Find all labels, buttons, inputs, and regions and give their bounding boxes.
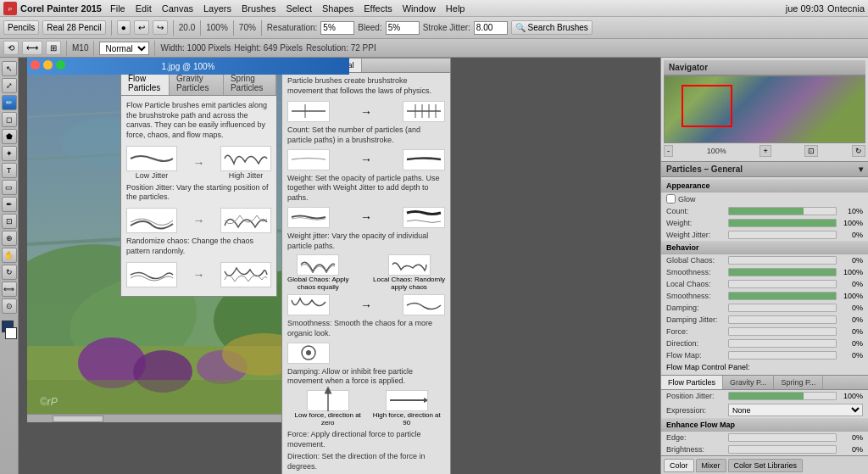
- right-flow-tabs: Flow Particles Gravity P... Spring P...: [661, 376, 868, 390]
- right-tab-flow[interactable]: Flow Particles: [661, 376, 723, 389]
- menu-layers[interactable]: Layers: [203, 3, 231, 14]
- right-pg-collapse[interactable]: ▾: [859, 165, 863, 174]
- weight-desc: Weight: Set the opacity of particle path…: [287, 174, 445, 204]
- menu-file[interactable]: File: [110, 3, 125, 14]
- navigator-rect: [682, 85, 732, 127]
- brush-name[interactable]: Real 28 Pencil: [42, 20, 105, 35]
- tool-grab[interactable]: ✋: [2, 248, 17, 263]
- tool-brush[interactable]: ✏: [2, 95, 17, 110]
- menu-select[interactable]: Select: [286, 3, 312, 14]
- tab-gravity-particles[interactable]: Gravity Particles: [170, 71, 224, 95]
- right-tab-gravity[interactable]: Gravity P...: [723, 376, 774, 389]
- menu-effects[interactable]: Effects: [364, 3, 392, 14]
- nav-rotate[interactable]: ↻: [852, 145, 865, 157]
- redo-btn[interactable]: ↪: [153, 20, 168, 35]
- scrollbar-thumb[interactable]: [53, 415, 103, 422]
- brightness-track[interactable]: [728, 445, 837, 454]
- smoothness1-value: 100%: [839, 268, 863, 276]
- undo-btn[interactable]: ↩: [134, 20, 149, 35]
- rand-arrow: →: [193, 268, 205, 282]
- tool-transform[interactable]: ⤢: [2, 78, 17, 93]
- glow-checkbox[interactable]: [666, 194, 676, 204]
- symmetry-btn[interactable]: ⊞: [46, 41, 61, 55]
- pos-jitter-value: 100%: [839, 392, 863, 400]
- randomize-image-row: →: [126, 262, 271, 287]
- tool-eyedropper[interactable]: ✦: [2, 146, 17, 161]
- close-btn[interactable]: [31, 60, 40, 70]
- maximize-btn[interactable]: [56, 60, 65, 70]
- pos-jitter-track[interactable]: [728, 392, 837, 400]
- damping-jitter-track[interactable]: [728, 315, 837, 324]
- jitter-label: Stroke Jitter:: [423, 23, 470, 32]
- background-color[interactable]: [5, 327, 17, 339]
- menu-canvas[interactable]: Canvas: [162, 3, 193, 14]
- tool-pen[interactable]: ✒: [2, 197, 17, 212]
- tab-flow-particles[interactable]: Flow Particles: [121, 71, 170, 95]
- menu-edit[interactable]: Edit: [136, 3, 152, 14]
- jitter-input[interactable]: [474, 21, 508, 35]
- mirror-btn[interactable]: ⟷: [22, 41, 42, 55]
- menu-help[interactable]: Help: [446, 3, 465, 14]
- tool-clone[interactable]: ⊙: [2, 298, 17, 314]
- expr-select[interactable]: None: [728, 404, 863, 416]
- weight-low-img: [287, 149, 330, 170]
- tab-color[interactable]: Color: [664, 459, 694, 472]
- right-tab-spring[interactable]: Spring P...: [774, 376, 823, 389]
- tool-text[interactable]: T: [2, 163, 17, 178]
- smoothness2-track[interactable]: [728, 292, 837, 300]
- nav-zoom-out[interactable]: -: [664, 145, 673, 157]
- tool-select[interactable]: ↖: [2, 61, 17, 76]
- tool-zoom[interactable]: ⊕: [2, 231, 17, 246]
- canvas-titlebar: 1.jpg @ 100%: [27, 58, 349, 75]
- menu-shapes[interactable]: Shapes: [322, 3, 353, 14]
- tab-color-set[interactable]: Color Set Libraries: [728, 459, 804, 472]
- menu-window[interactable]: Window: [403, 3, 436, 14]
- search-brush-btn[interactable]: 🔍 Search Brushes: [511, 20, 593, 35]
- count-desc: Count: Set the number of particles (and …: [287, 125, 445, 145]
- weight-track[interactable]: [728, 219, 837, 227]
- brush-category[interactable]: Pencils: [3, 20, 39, 35]
- separator3: [200, 20, 201, 36]
- edge-track[interactable]: [728, 433, 837, 442]
- tool-shape[interactable]: ▭: [2, 180, 17, 195]
- mode-select[interactable]: Normal: [99, 42, 149, 55]
- tool-eraser[interactable]: ◻: [2, 112, 17, 127]
- force-track[interactable]: [728, 327, 837, 336]
- nav-zoom-in[interactable]: +: [760, 145, 771, 157]
- navigator-preview[interactable]: [664, 75, 865, 143]
- minimize-btn[interactable]: [43, 60, 53, 70]
- menu-brushes[interactable]: Brushes: [242, 3, 275, 14]
- flowmap-track[interactable]: [728, 351, 837, 360]
- damping-desc: Damping: Allow or inhibit free particle …: [287, 367, 445, 387]
- pos-jitter-label: Position Jitter:: [666, 392, 726, 400]
- tab-spring-particles[interactable]: Spring Particles: [224, 71, 276, 95]
- damping-track[interactable]: [728, 304, 837, 312]
- tool-rotate[interactable]: ↻: [2, 265, 17, 280]
- pg-smoothness-row: →: [287, 294, 445, 315]
- tool-fill[interactable]: ⬟: [2, 129, 17, 144]
- nav-fit[interactable]: ⊡: [804, 145, 818, 157]
- separator4: [233, 20, 234, 36]
- force-low-demo: Low force, direction at zero: [287, 390, 368, 427]
- wjitter-track[interactable]: [728, 231, 837, 239]
- transform-btn[interactable]: ⟲: [3, 41, 19, 55]
- flow-panel-content: Flow Particle brushes emit particles alo…: [121, 96, 276, 296]
- global-chaos-track[interactable]: [728, 256, 837, 265]
- separator1: [111, 20, 112, 36]
- tab-mixer[interactable]: Mixer: [696, 459, 726, 472]
- tool-crop[interactable]: ⊡: [2, 214, 17, 229]
- edge-value: 0%: [839, 433, 863, 442]
- direction-track[interactable]: [728, 339, 837, 348]
- smoothness2-row: Smoothness: 100%: [661, 290, 868, 302]
- smoothness1-label: Smoothness:: [666, 268, 726, 276]
- smoothness1-track[interactable]: [728, 268, 837, 276]
- force-high-demo: High force, direction at 90: [368, 390, 445, 427]
- tool-mirror[interactable]: ⟺: [2, 282, 17, 297]
- count-track[interactable]: [728, 207, 837, 215]
- bleed-input[interactable]: [386, 21, 420, 35]
- pos-arrow: →: [193, 214, 205, 227]
- local-chaos-track[interactable]: [728, 280, 837, 288]
- menubar-right: jue 09:03 Ontecnia: [786, 0, 865, 17]
- brush-size-btn[interactable]: ●: [117, 20, 131, 35]
- opacity-input[interactable]: [320, 21, 354, 35]
